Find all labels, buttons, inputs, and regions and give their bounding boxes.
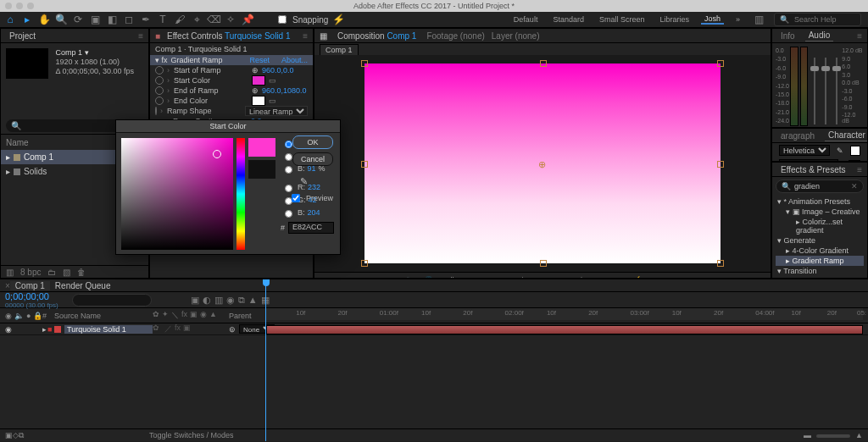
level-slider-r[interactable] <box>832 47 842 124</box>
ramp-shape-select[interactable]: Linear Ramp <box>245 106 308 116</box>
eraser-tool-icon[interactable]: ⌫ <box>207 13 220 26</box>
effects-presets-tab[interactable]: Effects & Presets <box>777 164 849 175</box>
comp-mini-icon[interactable]: ▣ <box>191 295 199 306</box>
param-end-of-ramp[interactable]: End of Ramp⊕960.0,1080.0 <box>150 86 313 96</box>
eye-column-icon[interactable]: ◉ <box>5 312 12 320</box>
zoom-in-icon[interactable]: ▲ <box>855 431 863 439</box>
level-slider-l[interactable] <box>810 47 820 124</box>
workspace-more-icon[interactable]: » <box>732 15 743 24</box>
graph-editor-icon[interactable]: ⧉ <box>238 295 245 306</box>
layout-icon[interactable]: ▦ <box>320 31 327 41</box>
home-icon[interactable]: ⌂ <box>3 13 17 26</box>
lock-column-icon[interactable]: 🔒 <box>33 312 42 320</box>
h-radio[interactable] <box>285 141 292 148</box>
shape-tool-icon[interactable]: ◻ <box>122 13 136 26</box>
s-radio[interactable] <box>285 153 292 161</box>
effects-search[interactable]: 🔍 gradien✕ <box>776 180 864 193</box>
handle-br[interactable] <box>717 260 724 267</box>
tree-colorize-gradient[interactable]: ▸ Coloriz...set gradient <box>776 217 864 235</box>
fill-swatch[interactable] <box>850 146 860 156</box>
comp-canvas[interactable]: ⊕ <box>364 64 721 263</box>
composition-tab[interactable]: Composition Comp 1 <box>334 30 420 41</box>
panel-menu-icon[interactable]: ≡ <box>857 165 862 174</box>
bpc-toggle[interactable]: 8 bpc <box>20 268 41 277</box>
layer-duration-bar[interactable] <box>266 325 863 334</box>
level-slider-m[interactable] <box>821 47 831 124</box>
workspace-manage-icon[interactable]: ▥ <box>752 13 765 26</box>
clear-search-icon[interactable]: ✕ <box>851 182 858 191</box>
effect-header[interactable]: ▾ fxGradient Ramp Reset About... <box>150 55 313 65</box>
search-help[interactable]: 🔍 <box>774 13 861 26</box>
reset-link[interactable]: Reset <box>249 56 270 64</box>
workspace-smallscreen[interactable]: Small Screen <box>596 15 648 24</box>
handle-t[interactable] <box>540 60 547 67</box>
comp-thumbnail[interactable] <box>6 48 48 79</box>
zoom-out-icon[interactable]: ▬ <box>804 431 811 439</box>
new-comp-icon[interactable]: ▧ <box>63 268 70 277</box>
color-field[interactable] <box>121 138 233 250</box>
paragraph-tab[interactable]: aragraph <box>777 130 818 141</box>
shy-icon[interactable]: ◐ <box>203 295 211 306</box>
eyedropper-icon[interactable]: ✎ <box>837 146 843 155</box>
snapping-checkbox[interactable] <box>278 15 287 24</box>
col-name[interactable]: Name <box>6 138 29 147</box>
render-queue-tab[interactable]: Render Queue <box>50 281 116 290</box>
workspace-default[interactable]: Default <box>510 15 542 24</box>
col-parent[interactable]: Parent <box>229 312 252 320</box>
search-help-input[interactable] <box>793 14 855 25</box>
comp-viewer[interactable]: ⊕ <box>314 55 771 272</box>
layer-tab[interactable]: Layer (none) <box>492 31 540 41</box>
audio-tab[interactable]: Audio <box>805 30 834 41</box>
tree-gradient-ramp[interactable]: ▸ Gradient Ramp <box>776 256 864 266</box>
color-cursor[interactable] <box>213 150 221 158</box>
motion-blur-icon[interactable]: ◉ <box>226 295 235 306</box>
tl-graph-icon[interactable]: ⧉ <box>19 431 24 440</box>
preview-checkbox[interactable] <box>292 194 300 202</box>
current-time[interactable]: 0;00;00;00 <box>5 291 58 301</box>
handle-tl[interactable] <box>361 60 368 67</box>
workspace-libraries[interactable]: Libraries <box>656 15 693 24</box>
cancel-button[interactable]: Cancel <box>292 152 333 166</box>
trash-icon[interactable]: 🗑 <box>77 268 86 277</box>
tree-image-creative[interactable]: ▾ ▣ Image – Creative <box>776 207 864 217</box>
tree-generate[interactable]: ▾ Generate <box>776 235 864 246</box>
fx-enable-icon[interactable]: ■ <box>155 31 160 41</box>
eyedropper-icon[interactable]: ✎ <box>300 176 308 187</box>
layer-color-swatch[interactable] <box>54 326 61 333</box>
brush-tool-icon[interactable]: 🖌 <box>173 13 186 26</box>
zoom-tool-icon[interactable]: 🔍 <box>54 13 68 26</box>
param-start-of-ramp[interactable]: Start of Ramp⊕960.0,0.0 <box>150 65 313 75</box>
ok-button[interactable]: OK <box>292 135 333 149</box>
eye-toggle[interactable]: ◉ <box>5 325 12 334</box>
handle-bl[interactable] <box>361 260 368 267</box>
puppet-tool-icon[interactable]: 📌 <box>241 13 254 26</box>
info-tab[interactable]: Info <box>777 30 798 41</box>
toggle-switches-modes[interactable]: Toggle Switches / Modes <box>149 431 234 439</box>
speaker-column-icon[interactable]: 🔈 <box>14 312 24 320</box>
comp-name[interactable]: Comp 1 ▾ <box>56 48 135 57</box>
param-start-color[interactable]: Start Color▭ <box>150 75 313 86</box>
b-radio[interactable] <box>285 166 292 174</box>
col-source[interactable]: Source Name <box>54 312 153 320</box>
nested-comp-tab[interactable]: Comp 1 <box>320 44 359 55</box>
text-tool-icon[interactable]: T <box>156 13 170 26</box>
timeline-search[interactable] <box>72 294 152 307</box>
tree-transition[interactable]: ▾ Transition <box>776 266 864 276</box>
parent-pickwhip-icon[interactable]: ⊚ <box>229 325 236 334</box>
solo-column-icon[interactable]: ● <box>26 312 31 320</box>
rotate-tool-icon[interactable]: ⟳ <box>71 13 85 26</box>
param-ramp-shape[interactable]: Ramp ShapeLinear Ramp <box>150 106 313 116</box>
handle-b[interactable] <box>540 260 547 267</box>
handle-l[interactable] <box>361 161 368 168</box>
panbehind-tool-icon[interactable]: ◧ <box>105 13 119 26</box>
hex-input[interactable]: E82ACC <box>288 222 334 234</box>
camera-tool-icon[interactable]: ▣ <box>88 13 102 26</box>
zoom-slider[interactable] <box>816 434 850 438</box>
panel-menu-icon[interactable]: ≡ <box>303 31 308 41</box>
footage-tab[interactable]: Footage (none) <box>426 31 484 41</box>
roto-tool-icon[interactable]: ✧ <box>224 13 237 26</box>
color-preview-old[interactable] <box>248 160 275 179</box>
hand-tool-icon[interactable]: ✋ <box>37 13 51 26</box>
tl-keys-icon[interactable]: ◇ <box>13 431 19 439</box>
new-bin-icon[interactable]: 🗀 <box>47 268 56 277</box>
